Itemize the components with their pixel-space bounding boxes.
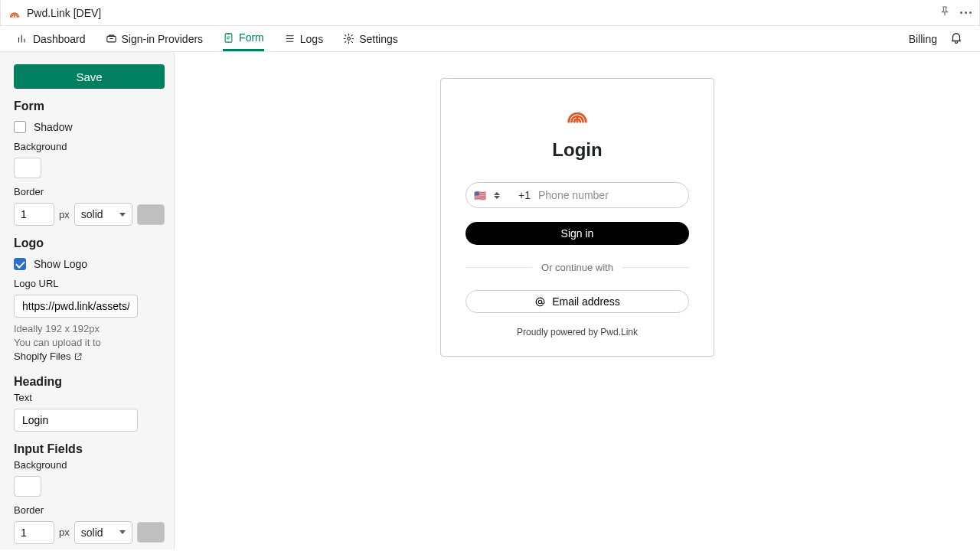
login-logo-icon [566,102,589,127]
nav-providers[interactable]: Sign-in Providers [106,26,204,51]
logo-help: Ideally 192 x 192px You can upload it to… [14,322,165,364]
nav-form[interactable]: Form [223,26,264,51]
svg-point-3 [348,37,351,41]
more-icon[interactable] [960,11,972,14]
form-border-unit: px [59,209,70,220]
at-icon [534,296,546,308]
inputfields-border-width-input[interactable] [14,521,54,544]
inputfields-border-label: Border [14,504,165,516]
nav-left: Dashboard Sign-in Providers Form Logs Se… [17,26,398,51]
show-logo-label: Show Logo [34,258,87,270]
shadow-checkbox-row[interactable]: Shadow [14,121,165,133]
inputfields-border-style-value: solid [81,527,103,539]
heading-text-input[interactable] [14,409,138,432]
chevron-down-icon [119,530,126,534]
form-border-width-input[interactable] [14,203,54,226]
email-button-label: Email address [552,295,620,308]
inputfields-background-swatch[interactable] [14,476,41,497]
logo-url-label: Logo URL [14,278,165,289]
preview-area: Login 🇺🇸 +1 Sign in Or continue with Ema… [175,52,980,549]
show-logo-checkbox-row[interactable]: Show Logo [14,258,165,270]
svg-point-5 [538,300,541,303]
heading-text-label: Text [14,392,165,403]
powered-by: Proudly powered by Pwd.Link [517,327,638,337]
show-logo-checkbox[interactable] [14,258,26,270]
section-form-title: Form [14,99,165,113]
nav-logs[interactable]: Logs [284,26,323,51]
nav-billing[interactable]: Billing [909,33,937,45]
divider: Or continue with [466,262,689,273]
shadow-label: Shadow [34,121,73,133]
app-name: Pwd.Link [DEV] [27,7,101,19]
save-button[interactable]: Save [14,64,165,89]
shadow-checkbox[interactable] [14,121,26,133]
flag-icon[interactable]: 🇺🇸 [474,191,486,201]
nav-dashboard-label: Dashboard [33,33,86,45]
app-logo-icon [8,7,21,19]
section-inputfields-title: Input Fields [14,442,165,456]
inputfields-border-color-swatch[interactable] [137,522,165,543]
shopify-files-link[interactable]: Shopify Files [14,350,83,364]
section-logo-title: Logo [14,236,165,250]
titlebar-actions [939,5,972,20]
inputfields-border-row: px solid [14,521,165,544]
nav-settings[interactable]: Settings [343,26,398,51]
svg-rect-2 [225,33,232,41]
form-border-style-value: solid [81,208,103,220]
section-heading-title: Heading [14,375,165,389]
login-card: Login 🇺🇸 +1 Sign in Or continue with Ema… [440,78,714,357]
bell-icon[interactable] [949,31,963,47]
form-background-label: Background [14,141,165,152]
signin-button[interactable]: Sign in [466,222,689,245]
nav-right: Billing [909,31,963,47]
inputfields-border-style-select[interactable]: solid [74,521,132,544]
navbar: Dashboard Sign-in Providers Form Logs Se… [0,26,980,52]
form-border-row: px solid [14,203,165,226]
titlebar-left: Pwd.Link [DEV] [8,7,101,19]
nav-settings-label: Settings [359,33,398,45]
nav-form-label: Form [239,31,264,44]
email-button[interactable]: Email address [466,290,689,313]
sidebar: Save Form Shadow Background Border px so… [0,52,175,549]
main: Save Form Shadow Background Border px so… [0,52,980,549]
titlebar: Pwd.Link [DEV] [0,0,980,26]
divider-label: Or continue with [541,262,613,273]
inputfields-background-label: Background [14,459,165,471]
form-border-label: Border [14,186,165,197]
logo-help-line2: You can upload it to Shopify Files [14,336,165,364]
nav-dashboard[interactable]: Dashboard [17,26,86,51]
phone-input[interactable] [538,189,675,201]
form-border-style-select[interactable]: solid [74,203,132,226]
nav-logs-label: Logs [300,33,323,45]
phone-field[interactable]: 🇺🇸 +1 [466,182,689,208]
form-background-swatch[interactable] [14,158,41,178]
inputfields-border-unit: px [59,527,70,538]
logo-url-input[interactable] [14,295,138,318]
chevron-down-icon [119,213,126,217]
country-code: +1 [518,189,531,201]
nav-providers-label: Sign-in Providers [122,33,204,45]
login-title: Login [552,139,602,161]
svg-rect-1 [106,36,115,42]
pin-icon[interactable] [939,5,951,20]
logo-help-line1: Ideally 192 x 192px [14,322,165,336]
country-select-icon[interactable] [494,192,500,199]
form-border-color-swatch[interactable] [137,204,165,225]
